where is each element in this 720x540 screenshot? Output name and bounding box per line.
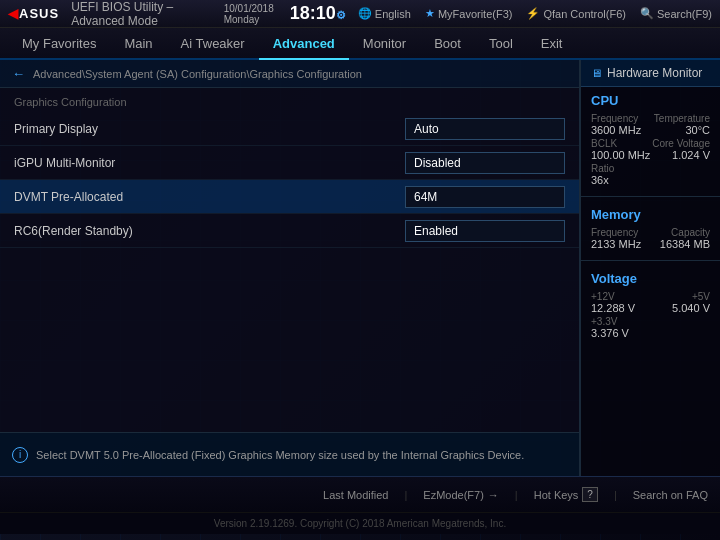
nav-bar: My Favorites Main Ai Tweaker Advanced Mo… bbox=[0, 28, 720, 60]
search-faq-button[interactable]: Search on FAQ bbox=[633, 489, 708, 501]
hw-cpu-section: CPU Frequency 3600 MHz Temperature 30°C … bbox=[581, 87, 720, 192]
clock-settings-icon[interactable]: ⚙ bbox=[336, 9, 346, 21]
top-bar: ◀ASUS UEFI BIOS Utility – Advanced Mode … bbox=[0, 0, 720, 28]
favorite-icon: ★ bbox=[425, 7, 435, 20]
setting-dvmt-preallocated[interactable]: DVMT Pre-Allocated 32M 64M 128M 256M 512… bbox=[0, 180, 579, 214]
hw-memory-section: Memory Frequency 2133 MHz Capacity 16384… bbox=[581, 201, 720, 256]
rc6-value: Disabled Enabled bbox=[405, 220, 565, 242]
hw-voltage-33v: +3.3V 3.376 V bbox=[591, 316, 710, 339]
fan-icon: ⚡ bbox=[526, 7, 540, 20]
last-modified-item: Last Modified bbox=[323, 489, 388, 501]
search-link[interactable]: 🔍 Search(F9) bbox=[640, 7, 712, 20]
hw-voltage-section: Voltage +12V 12.288 V +5V 5.040 V +3.3V … bbox=[581, 265, 720, 345]
setting-rc6-render-standby[interactable]: RC6(Render Standby) Disabled Enabled bbox=[0, 214, 579, 248]
hw-cpu-bclk-voltage: BCLK 100.00 MHz Core Voltage 1.024 V bbox=[591, 138, 710, 161]
nav-advanced[interactable]: Advanced bbox=[259, 28, 349, 60]
hw-divider-2 bbox=[581, 260, 720, 261]
setting-igpu-multimonitor[interactable]: iGPU Multi-Monitor Disabled Enabled bbox=[0, 146, 579, 180]
nav-my-favorites[interactable]: My Favorites bbox=[8, 28, 110, 60]
nav-exit[interactable]: Exit bbox=[527, 28, 577, 60]
hw-divider-1 bbox=[581, 196, 720, 197]
ezmode-button[interactable]: EzMode(F7) → bbox=[423, 489, 499, 501]
top-links: 🌐 English ★ MyFavorite(F3) ⚡ Qfan Contro… bbox=[358, 7, 712, 20]
language-link[interactable]: 🌐 English bbox=[358, 7, 411, 20]
hw-memory-freq-cap: Frequency 2133 MHz Capacity 16384 MB bbox=[591, 227, 710, 250]
footer: Version 2.19.1269. Copyright (C) 2018 Am… bbox=[0, 512, 720, 534]
breadcrumb: ← Advanced\System Agent (SA) Configurati… bbox=[0, 60, 579, 88]
left-panel: ← Advanced\System Agent (SA) Configurati… bbox=[0, 60, 580, 476]
myfavorite-link[interactable]: ★ MyFavorite(F3) bbox=[425, 7, 513, 20]
hw-memory-title: Memory bbox=[591, 207, 710, 222]
igpu-multimonitor-value: Disabled Enabled bbox=[405, 152, 565, 174]
info-bar: i Select DVMT 5.0 Pre-Allocated (Fixed) … bbox=[0, 432, 579, 476]
settings-list: Primary Display Auto IGFX PEG PCI iGPU M… bbox=[0, 112, 579, 432]
hw-monitor-title: 🖥 Hardware Monitor bbox=[581, 60, 720, 87]
app-title: UEFI BIOS Utility – Advanced Mode bbox=[71, 0, 212, 28]
rc6-select[interactable]: Disabled Enabled bbox=[405, 220, 565, 242]
asus-logo: ◀ASUS bbox=[8, 6, 59, 21]
hw-voltage-title: Voltage bbox=[591, 271, 710, 286]
time-display: 18:10⚙ bbox=[290, 3, 346, 24]
dvmt-preallocated-select[interactable]: 32M 64M 128M 256M 512M bbox=[405, 186, 565, 208]
qfan-link[interactable]: ⚡ Qfan Control(F6) bbox=[526, 7, 626, 20]
dvmt-dropdown-wrapper: 32M 64M 128M 256M 512M bbox=[405, 186, 565, 208]
nav-ai-tweaker[interactable]: Ai Tweaker bbox=[167, 28, 259, 60]
igpu-dropdown-wrapper: Disabled Enabled bbox=[405, 152, 565, 174]
monitor-icon: 🖥 bbox=[591, 67, 602, 79]
date-display: 10/01/2018 Monday bbox=[224, 3, 274, 25]
hw-cpu-freq-temp-labels: Frequency 3600 MHz Temperature 30°C bbox=[591, 113, 710, 136]
primary-display-dropdown-wrapper: Auto IGFX PEG PCI bbox=[405, 118, 565, 140]
hotkeys-key: ? bbox=[582, 487, 598, 502]
nav-main[interactable]: Main bbox=[110, 28, 166, 60]
primary-display-value: Auto IGFX PEG PCI bbox=[405, 118, 565, 140]
dvmt-preallocated-value: 32M 64M 128M 256M 512M bbox=[405, 186, 565, 208]
search-icon: 🔍 bbox=[640, 7, 654, 20]
hw-voltage-12v-5v: +12V 12.288 V +5V 5.040 V bbox=[591, 291, 710, 314]
main-area: ← Advanced\System Agent (SA) Configurati… bbox=[0, 60, 720, 476]
setting-primary-display[interactable]: Primary Display Auto IGFX PEG PCI bbox=[0, 112, 579, 146]
hw-cpu-ratio: Ratio 36x bbox=[591, 163, 710, 186]
primary-display-select[interactable]: Auto IGFX PEG PCI bbox=[405, 118, 565, 140]
back-button[interactable]: ← bbox=[12, 66, 25, 81]
section-header: Graphics Configuration bbox=[0, 88, 579, 112]
bottom-bar: Last Modified | EzMode(F7) → | Hot Keys … bbox=[0, 476, 720, 512]
info-icon: i bbox=[12, 447, 28, 463]
nav-tool[interactable]: Tool bbox=[475, 28, 527, 60]
rc6-dropdown-wrapper: Disabled Enabled bbox=[405, 220, 565, 242]
nav-boot[interactable]: Boot bbox=[420, 28, 475, 60]
igpu-multimonitor-select[interactable]: Disabled Enabled bbox=[405, 152, 565, 174]
hotkeys-item[interactable]: Hot Keys ? bbox=[534, 487, 598, 502]
nav-monitor[interactable]: Monitor bbox=[349, 28, 420, 60]
hardware-monitor-panel: 🖥 Hardware Monitor CPU Frequency 3600 MH… bbox=[580, 60, 720, 476]
hw-cpu-title: CPU bbox=[591, 93, 710, 108]
language-icon: 🌐 bbox=[358, 7, 372, 20]
